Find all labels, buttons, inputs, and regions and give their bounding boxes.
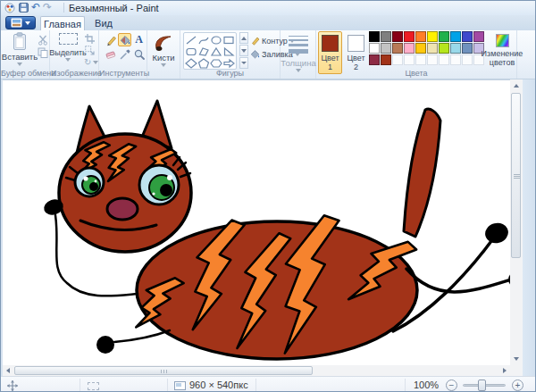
select-button[interactable]: Выделить: [53, 33, 83, 62]
redo-button[interactable]: ↷: [43, 2, 52, 13]
vertical-scroll-thumb[interactable]: [511, 93, 521, 258]
palette-swatch[interactable]: [462, 31, 473, 42]
palette-swatch[interactable]: [392, 31, 403, 42]
rotate-button[interactable]: ↻: [84, 57, 98, 67]
shape-polygon[interactable]: [197, 46, 210, 57]
shape-right-triangle[interactable]: [222, 46, 235, 57]
zoom-in-button[interactable]: +: [512, 379, 523, 391]
palette-swatch[interactable]: [439, 43, 449, 54]
magnifier-icon: [133, 48, 145, 61]
shape-arrow-right[interactable]: [222, 57, 235, 69]
palette-swatch[interactable]: [392, 43, 403, 54]
group-clipboard: Вставить Буфер обмена: [1, 30, 50, 79]
zoom-slider-thumb[interactable]: [478, 379, 486, 391]
palette-swatch[interactable]: [427, 43, 438, 54]
brushes-button[interactable]: Кисти: [151, 34, 176, 67]
edit-colors-button[interactable]: Изменение цветов: [488, 31, 516, 74]
palette-swatch[interactable]: [369, 31, 380, 42]
palette-swatch[interactable]: [404, 43, 415, 54]
application-menu-button[interactable]: [5, 16, 36, 29]
horizontal-scrollbar[interactable]: [3, 365, 510, 376]
palette-swatch[interactable]: [450, 43, 461, 54]
paste-button[interactable]: Вставить: [3, 32, 37, 66]
group-label-shapes: Фигуры: [180, 69, 280, 78]
copy-button[interactable]: [38, 47, 48, 58]
shape-line[interactable]: [185, 34, 197, 46]
crop-button[interactable]: [85, 34, 95, 44]
palette-swatch-empty[interactable]: [462, 54, 473, 65]
eraser-tool[interactable]: [104, 47, 117, 61]
zoom-level-text: 100%: [414, 379, 439, 390]
text-tool[interactable]: A: [132, 33, 146, 46]
fill-tool[interactable]: [118, 33, 131, 46]
palette-swatch-empty[interactable]: [439, 54, 449, 65]
scrollbar-corner: [510, 365, 523, 376]
palette-swatch-empty[interactable]: [415, 54, 426, 65]
palette-swatch[interactable]: [415, 31, 426, 42]
palette-swatch[interactable]: [462, 43, 473, 54]
group-label-image: Изображение: [51, 69, 98, 78]
shapes-scroll-up-button[interactable]: [239, 32, 248, 44]
shapes-more-button[interactable]: [239, 57, 248, 69]
scroll-up-button[interactable]: [510, 79, 523, 92]
horizontal-scroll-thumb[interactable]: [14, 366, 313, 375]
image-size-text: 960 × 540пкс: [189, 379, 248, 390]
size-button[interactable]: Толщина: [284, 36, 313, 72]
palette-swatch[interactable]: [381, 43, 391, 54]
drawing-canvas[interactable]: [3, 79, 510, 365]
group-image: Выделить ↻ Изображение: [51, 30, 99, 79]
scissors-icon: [38, 35, 48, 46]
undo-button[interactable]: ↶: [31, 2, 40, 13]
palette-swatch-empty[interactable]: [404, 54, 415, 65]
palette-swatch[interactable]: [415, 43, 426, 54]
resize-icon: [85, 46, 95, 55]
shape-triangle[interactable]: [210, 46, 222, 57]
shape-rectangle[interactable]: [222, 34, 235, 46]
palette-swatch-empty[interactable]: [450, 54, 461, 65]
cut-button[interactable]: [38, 35, 48, 46]
cat-drawing: [3, 80, 510, 365]
palette-swatch[interactable]: [381, 54, 391, 65]
shape-hexagon[interactable]: [210, 57, 222, 69]
vertical-scrollbar[interactable]: [510, 79, 523, 365]
shape-rounded-rectangle[interactable]: [185, 46, 197, 57]
image-size-icon: [174, 381, 186, 390]
shape-diamond[interactable]: [185, 57, 197, 69]
scroll-down-button[interactable]: [510, 353, 523, 365]
zoom-out-button[interactable]: −: [446, 379, 457, 391]
shape-pentagon[interactable]: [197, 57, 210, 69]
palette-swatch[interactable]: [450, 31, 461, 42]
titlebar: ↶ ↷ Безымянный - Paint: [1, 1, 536, 15]
color2-swatch: [348, 35, 364, 52]
menu-dropdown-icon: [25, 21, 30, 25]
color2-button[interactable]: Цвет 2: [344, 31, 368, 74]
scroll-right-button[interactable]: [499, 365, 510, 376]
palette-swatch[interactable]: [473, 31, 484, 42]
crop-icon: [85, 34, 95, 44]
palette-swatch[interactable]: [404, 31, 415, 42]
scroll-left-button[interactable]: [3, 365, 13, 376]
palette-swatch-empty[interactable]: [392, 54, 403, 65]
palette-swatch[interactable]: [369, 54, 380, 65]
paste-dropdown-icon: [17, 63, 22, 66]
color-picker-tool[interactable]: [118, 47, 131, 61]
pencil-tool[interactable]: [104, 33, 117, 46]
save-button[interactable]: [19, 3, 29, 13]
palette-swatch[interactable]: [381, 31, 391, 42]
paint-window: ↶ ↷ Безымянный - Paint Главная Вид Встав…: [0, 0, 536, 392]
palette-swatch-empty[interactable]: [427, 54, 438, 65]
palette-swatch[interactable]: [427, 31, 438, 42]
shape-curve[interactable]: [197, 34, 210, 46]
palette-swatch[interactable]: [439, 31, 449, 42]
select-rectangle-icon: [59, 33, 78, 45]
palette-swatch[interactable]: [369, 43, 380, 54]
shape-ellipse[interactable]: [210, 34, 222, 46]
tab-home[interactable]: Главная: [40, 16, 85, 30]
resize-button[interactable]: [85, 46, 95, 55]
shapes-scroll-down-button[interactable]: [239, 45, 248, 56]
magnifier-tool[interactable]: [132, 47, 146, 61]
shapes-gallery: [183, 32, 237, 70]
group-label-clipboard: Буфер обмена: [1, 69, 49, 78]
color1-button[interactable]: Цвет 1: [318, 31, 342, 74]
tab-view[interactable]: Вид: [87, 16, 121, 30]
